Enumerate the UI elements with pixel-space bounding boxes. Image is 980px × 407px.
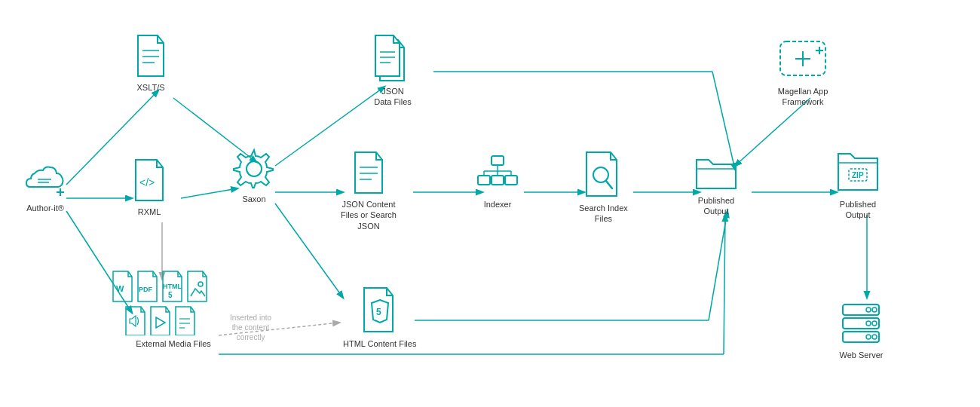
authorit-label: Author-it® — [26, 203, 64, 213]
node-json-data: JSONData Files — [369, 34, 416, 108]
node-html-content: 5 HTML Content Files — [343, 286, 416, 349]
svg-point-64 — [872, 335, 877, 339]
magellan-icon — [776, 38, 829, 83]
xslts-icon — [132, 34, 170, 79]
node-web-server: Web Server — [837, 301, 886, 360]
html-content-icon: 5 — [358, 286, 402, 335]
rxml-icon: </> — [130, 158, 169, 204]
json-content-icon — [349, 151, 388, 196]
svg-point-65 — [866, 335, 871, 339]
svg-line-8 — [275, 204, 343, 298]
svg-text:5: 5 — [376, 307, 381, 317]
svg-text:HTML: HTML — [163, 283, 182, 290]
node-magellan: Magellan App Framework — [761, 38, 844, 108]
node-json-content: JSON ContentFiles or SearchJSON — [341, 151, 397, 231]
svg-marker-71 — [130, 316, 136, 326]
published-output-zip-icon: ZIP — [835, 143, 880, 196]
rxml-label: RXML — [138, 207, 161, 217]
json-content-label: JSON ContentFiles or SearchJSON — [341, 199, 397, 231]
svg-marker-72 — [156, 317, 165, 328]
svg-line-18 — [709, 211, 727, 320]
json-data-icon — [369, 34, 416, 83]
node-authorit: Author-it® — [23, 158, 68, 213]
published-output-folder-icon — [694, 151, 739, 192]
inserted-label: Inserted intothe contentcorrectly — [230, 313, 271, 342]
saxon-label: Saxon — [242, 194, 265, 204]
search-index-icon — [580, 151, 626, 200]
svg-line-47 — [606, 181, 612, 188]
svg-text:</>: </> — [139, 176, 155, 188]
external-media-label: External Media Files — [136, 338, 211, 349]
saxon-icon — [232, 147, 276, 191]
external-media-icons: W PDF HTML 5 — [109, 268, 237, 335]
node-saxon: Saxon — [232, 147, 276, 204]
diagram: Author-it® XSLT/S </> RXML — [0, 0, 980, 407]
svg-point-61 — [872, 321, 877, 326]
svg-point-62 — [866, 321, 871, 326]
svg-text:PDF: PDF — [139, 286, 153, 293]
svg-rect-57 — [843, 304, 879, 315]
svg-rect-63 — [843, 332, 879, 342]
search-index-label: Search IndexFiles — [579, 203, 628, 225]
svg-text:ZIP: ZIP — [852, 171, 864, 179]
magellan-label: Magellan App Framework — [761, 86, 844, 108]
published-output-folder-label: PublishedOutput — [698, 195, 734, 217]
svg-line-15 — [735, 98, 810, 166]
svg-rect-45 — [505, 176, 517, 185]
web-server-icon — [837, 301, 886, 347]
svg-rect-44 — [492, 176, 504, 185]
svg-rect-37 — [492, 156, 504, 165]
node-published-output-folder: PublishedOutput — [694, 151, 739, 217]
node-xslts: XSLT/S — [132, 34, 170, 93]
svg-point-30 — [247, 161, 262, 176]
indexer-icon — [475, 155, 520, 196]
published-output-zip-label: PublishedOutput — [840, 199, 876, 221]
node-indexer: Indexer — [475, 155, 520, 210]
svg-rect-60 — [843, 318, 879, 329]
svg-point-58 — [872, 308, 877, 312]
svg-text:5: 5 — [168, 291, 173, 299]
node-search-index: Search IndexFiles — [579, 151, 628, 225]
node-rxml: </> RXML — [130, 158, 169, 217]
html-content-label: HTML Content Files — [343, 338, 416, 349]
web-server-label: Web Server — [840, 350, 884, 360]
authorit-icon — [23, 158, 68, 200]
svg-text:W: W — [116, 284, 124, 293]
svg-rect-43 — [478, 176, 490, 185]
svg-line-4 — [181, 188, 237, 198]
svg-line-20 — [724, 215, 725, 354]
indexer-label: Indexer — [484, 199, 512, 210]
node-published-output-zip: ZIP PublishedOutput — [835, 143, 880, 221]
node-external-media: W PDF HTML 5 — [106, 268, 241, 349]
svg-point-59 — [866, 308, 871, 312]
json-data-label: JSONData Files — [374, 86, 412, 108]
svg-point-70 — [198, 282, 203, 286]
xslts-label: XSLT/S — [136, 82, 164, 93]
